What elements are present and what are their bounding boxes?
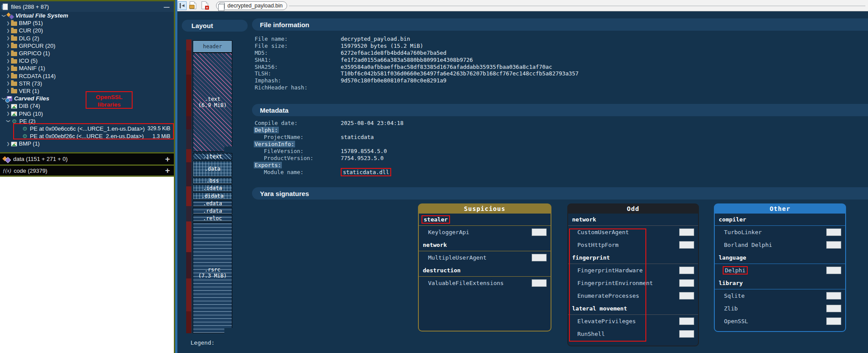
chevron-collapsed-icon[interactable]: ❯	[5, 111, 11, 116]
annotation-text-line2: libraries	[86, 101, 132, 108]
chevron-collapsed-icon[interactable]: ❯	[5, 81, 11, 86]
field-label-highlight: Exports:	[254, 162, 282, 168]
add-code-button[interactable]: +	[165, 168, 170, 174]
field-value: 15789.8554.5.0	[341, 148, 387, 154]
chevron-collapsed-icon[interactable]: ❯	[5, 51, 11, 56]
field-label: File name:	[255, 36, 341, 42]
chevron-collapsed-icon[interactable]: ❯	[5, 29, 11, 33]
layout-section-header: Layout	[182, 20, 248, 32]
section-block-edata[interactable]: .edata	[193, 200, 232, 207]
tree-item[interactable]: ❯ICO (5)	[0, 57, 174, 64]
tree-item[interactable]: ❯Virtual File System	[0, 12, 174, 19]
legend-label: Legend:	[191, 339, 215, 346]
tree-item[interactable]: ❯PNG (10)	[0, 110, 174, 117]
chevron-collapsed-icon[interactable]: ❯	[5, 36, 11, 40]
tree-item-label: BMP (1)	[19, 140, 40, 147]
section-block-rdata[interactable]: .rdata	[193, 207, 232, 214]
chevron-collapsed-icon[interactable]: ❯	[5, 104, 11, 108]
section-block-bss[interactable]: .bss	[193, 178, 232, 184]
yara-rule-row[interactable]: TurboLinker	[715, 226, 845, 239]
yara-title: Yara signatures	[260, 190, 309, 197]
section-label: .text(6.9 MiB)	[198, 96, 227, 108]
yara-rule-row[interactable]: MultipleUserAgent	[419, 251, 551, 264]
section-block-itext[interactable]: .itext	[193, 153, 232, 160]
chevron-collapsed-icon[interactable]: ❯	[5, 66, 11, 71]
field-label: SHA256:	[255, 64, 341, 70]
collapse-sidebar-button[interactable]	[178, 1, 187, 10]
folder-icon	[11, 67, 17, 71]
section-block-didata[interactable]: .didata	[193, 193, 232, 200]
code-panel-header[interactable]: ƒ(x) code (29379) +	[0, 166, 174, 175]
match-strength-gauge	[679, 279, 694, 287]
add-data-button[interactable]: +	[165, 156, 170, 162]
yara-category-label: fingerprint	[572, 254, 610, 261]
section-block-reloc[interactable]: .reloc	[193, 215, 232, 221]
yara-rule-label: Borland Delphi	[724, 242, 772, 248]
yara-rule-row[interactable]: Borland Delphi	[715, 239, 845, 251]
tree-item[interactable]: ❯BMP (1)	[0, 140, 174, 147]
yara-rule-row[interactable]: EnumerateProcesses	[568, 289, 698, 302]
yara-rule-label: Sqlite	[724, 292, 745, 299]
section-block-text[interactable]: .text(6.9 MiB)	[193, 53, 232, 152]
entropy-strip[interactable]	[186, 39, 191, 333]
field-value: e359584a0afbbaeffbac58df83385d1676afadda…	[341, 64, 552, 70]
chevron-collapsed-icon[interactable]: ❯	[5, 74, 11, 78]
tree-item[interactable]: ❯MANIF (1)	[0, 64, 174, 72]
yara-rule-label: MultipleUserAgent	[428, 254, 486, 261]
yara-rule-row[interactable]: Zlib	[715, 302, 845, 315]
yara-rule-row[interactable]: ElevatePrivileges	[568, 315, 698, 328]
match-strength-gauge	[826, 267, 841, 274]
yara-rule-row[interactable]: Sqlite	[715, 289, 845, 302]
chevron-collapsed-icon[interactable]: ❯	[5, 21, 11, 25]
data-panel-header[interactable]: data (1151 + 271 + 0) +	[0, 153, 174, 164]
metadata-section-header: Metadata	[252, 104, 868, 116]
tree-item-label: CUR (20)	[19, 27, 43, 34]
field-value: staticdata	[341, 134, 374, 140]
yara-rule-row[interactable]: ValuableFileExtensions	[419, 277, 551, 289]
tree-item[interactable]: ❯GRPCUR (20)	[0, 42, 174, 50]
section-label: .idata	[203, 185, 222, 191]
tree-item[interactable]: ❯DLG (2)	[0, 35, 174, 42]
section-label: .edata	[203, 200, 222, 207]
chevron-collapsed-icon[interactable]: ❯	[5, 59, 11, 63]
yara-rule-row[interactable]: FingerprintHardware	[568, 264, 698, 277]
field-label: SHA1:	[255, 57, 341, 63]
entropy-segment	[186, 311, 191, 333]
section-block-data[interactable]: .data	[193, 161, 232, 177]
yara-rule-row[interactable]: RunShell	[568, 328, 698, 340]
files-icon	[3, 4, 8, 10]
tree-item[interactable]: ❯BMP (51)	[0, 19, 174, 27]
file-information-fields: File name:decrypted_payload.binFile size…	[255, 36, 861, 91]
tree-item[interactable]: ❯CUR (20)	[0, 27, 174, 34]
minimize-icon[interactable]: —	[164, 4, 169, 10]
section-block-idata[interactable]: .idata	[193, 185, 232, 192]
files-panel-title: files (288 + 87)	[11, 4, 49, 10]
close-file-button[interactable]	[202, 1, 208, 9]
tab-decrypted-payload[interactable]: decrypted_payload.bin	[216, 1, 287, 10]
chevron-collapsed-icon[interactable]: ❯	[5, 142, 11, 146]
annotation-text-line1: OpenSSL	[86, 93, 132, 101]
yara-rule-row[interactable]: OpenSSL	[715, 315, 845, 328]
yara-rule-row[interactable]: KeyloggerApi	[419, 226, 551, 239]
yara-rule-label: Zlib	[724, 305, 738, 312]
yara-rule-row[interactable]: PostHttpForm	[568, 239, 698, 251]
chevron-collapsed-icon[interactable]: ❯	[5, 89, 11, 93]
chevron-collapsed-icon[interactable]: ❯	[5, 43, 11, 48]
extract-file-button[interactable]	[190, 1, 196, 9]
tree-item[interactable]: ❯STR (73)	[0, 80, 174, 87]
yara-category: stealer	[419, 213, 551, 226]
tab-label: decrypted_payload.bin	[227, 3, 283, 9]
folder-icon	[11, 89, 17, 93]
tree-item[interactable]: ❯RCDATA (114)	[0, 72, 174, 80]
tree-item[interactable]: ❯GRPICO (1)	[0, 50, 174, 57]
metadata-fields: Compile date:2025-08-04 23:04:18Delphi:P…	[255, 119, 861, 176]
chevron-expanded-icon[interactable]: ❯	[2, 13, 6, 18]
files-panel-header[interactable]: files (288 + 87) —	[0, 1, 174, 12]
section-block-header[interactable]: header	[193, 40, 232, 53]
yara-rule-row[interactable]: CustomUserAgent	[568, 226, 698, 239]
section-block-rsrc[interactable]: .rsrc(7.3 MiB)	[193, 222, 232, 333]
yara-rule-row[interactable]: Delphi	[715, 264, 845, 277]
yara-rule-row[interactable]: FingerprintEnvironment	[568, 277, 698, 289]
chevron-expanded-icon[interactable]: ❯	[6, 118, 11, 124]
yara-rule-label: PostHttpForm	[577, 242, 619, 248]
